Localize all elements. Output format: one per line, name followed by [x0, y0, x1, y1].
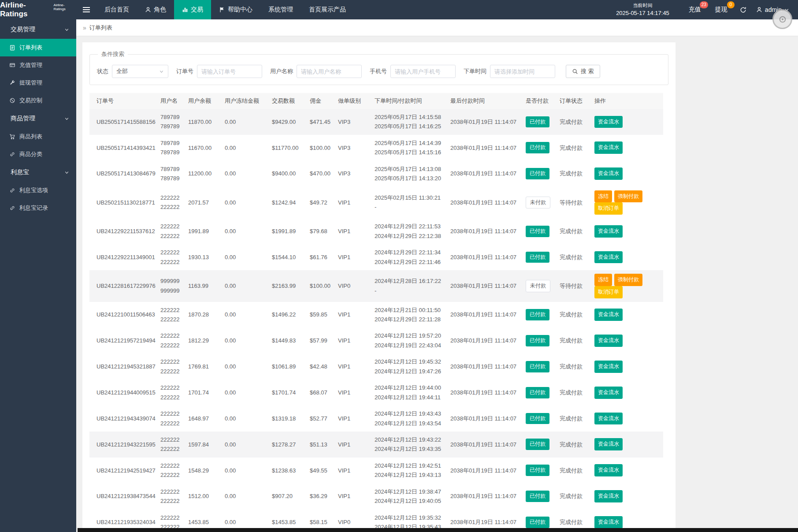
order-no-cell: UB2412210011506463 — [89, 302, 158, 328]
nav-item-trade[interactable]: 交易 — [174, 0, 211, 19]
last-pay-time-cell: 2038年01月19日 11:14:07 — [448, 135, 523, 161]
fund-flow-button[interactable]: 资金流水 — [594, 413, 623, 425]
order-row: UB24121219434390742222222222221648.970.0… — [89, 406, 663, 432]
sidebar-item-label: 充值管理 — [19, 61, 42, 69]
pay-status-cell: 已付款 — [523, 218, 557, 244]
nav-item-role[interactable]: 角色 — [137, 0, 174, 19]
user-icon — [145, 7, 151, 13]
sidebar-item-withdraw-manage[interactable]: 提现管理 — [0, 74, 76, 92]
order-time-input[interactable] — [490, 65, 555, 78]
nav-item-label: 首页展示产品 — [309, 6, 346, 14]
sidebar-item-goods-list[interactable]: 商品列表 — [0, 128, 76, 145]
order-status-cell: 完成付款 — [557, 379, 592, 406]
order-status-cell: 等待付款 — [557, 270, 592, 302]
fund-flow-button[interactable]: 资金流水 — [594, 516, 623, 528]
nav-item-system-manage[interactable]: 系统管理 — [260, 0, 301, 19]
sidebar-item-label: 利息宝选项 — [19, 186, 48, 194]
link-icon — [9, 187, 15, 193]
cancel-order-button[interactable]: 取消订单 — [594, 202, 623, 215]
last-pay-time-cell: 2038年01月19日 11:14:07 — [448, 244, 523, 270]
fund-flow-button[interactable]: 资金流水 — [594, 387, 623, 399]
sidebar-group-interest[interactable]: 利息宝 — [0, 163, 76, 182]
order-status-cell: 等待付款 — [557, 187, 592, 219]
pay-status-cell: 已付款 — [523, 302, 557, 328]
floating-widget[interactable] — [772, 9, 792, 29]
order-row: UB24121219453218872222222222221769.810.0… — [89, 353, 663, 379]
order-no-input[interactable] — [197, 65, 262, 78]
force-pay-button[interactable]: 强制付款 — [614, 190, 642, 203]
fund-flow-button[interactable]: 资金流水 — [594, 309, 623, 321]
sidebar-item-goods-category[interactable]: 商品分类 — [0, 145, 76, 163]
actions-cell: 资金流水 — [592, 302, 663, 328]
withdraw-button[interactable]: 提现 0 — [708, 0, 735, 19]
trade-amount-cell: $1496.22 — [269, 302, 307, 328]
order-status-cell: 完成付款 — [557, 161, 592, 187]
refresh-button[interactable] — [735, 7, 752, 13]
chevron-down-icon — [159, 69, 164, 74]
sidebar-item-label: 商品列表 — [19, 133, 42, 141]
pay-status-cell: 已付款 — [523, 135, 557, 161]
phone-input[interactable] — [390, 65, 456, 78]
orders-table: 订单号用户名用户余额用户冻结金额交易数额佣金做单级别下单时间/付款时间最后付款时… — [89, 93, 663, 532]
order-no-cell: UB2412292211537612 — [89, 218, 158, 244]
brand-name: Airline-Ratings — [0, 1, 53, 19]
last-pay-time-cell: 2038年01月19日 11:14:07 — [448, 353, 523, 379]
order-row: UB24122816172299769999999999991163.990.0… — [89, 270, 663, 302]
balance-cell: 1163.99 — [186, 270, 222, 302]
refresh-icon — [740, 7, 746, 13]
withdraw-count-badge: 0 — [727, 1, 735, 8]
pay-status-badge: 已付款 — [526, 387, 549, 398]
fund-flow-button[interactable]: 资金流水 — [594, 361, 623, 373]
actions-cell: 资金流水 — [592, 458, 663, 484]
fund-flow-button[interactable]: 资金流水 — [594, 225, 623, 238]
withdraw-label: 提现 — [715, 6, 727, 14]
sidebar-item-interest-records[interactable]: 利息宝记录 — [0, 199, 76, 217]
fund-flow-button[interactable]: 资金流水 — [594, 251, 623, 264]
nav-item-home[interactable]: 后台首页 — [97, 0, 137, 19]
commission-cell: $52.77 — [307, 406, 335, 432]
sidebar-group-label: 利息宝 — [11, 168, 29, 176]
sidebar-item-trade-control[interactable]: 交易控制 — [0, 92, 76, 109]
force-pay-button[interactable]: 强制付款 — [614, 274, 642, 286]
fund-flow-button[interactable]: 资金流水 — [594, 116, 623, 128]
fund-flow-button[interactable]: 资金流水 — [594, 141, 623, 154]
fund-flow-button[interactable]: 资金流水 — [594, 438, 623, 450]
column-header: 用户余额 — [186, 93, 222, 109]
order-pay-time-cell: 2024年12月12日 19:57:202024年12月19日 22:43:04 — [372, 327, 448, 353]
order-row: UB24122922115376122222222222221991.890.0… — [89, 218, 663, 244]
nav-item-help-center[interactable]: 帮助中心 — [211, 0, 260, 19]
balance-cell: 1701.74 — [186, 379, 222, 406]
freeze-button[interactable]: 冻结 — [594, 190, 612, 203]
sidebar-group-trade-manage[interactable]: 交易管理 — [0, 20, 76, 39]
status-select[interactable]: 全部 — [112, 65, 168, 78]
horizontal-scrollbar[interactable] — [78, 528, 798, 532]
recharge-button[interactable]: 充值 23 — [682, 0, 708, 19]
fund-flow-button[interactable]: 资金流水 — [594, 464, 623, 476]
pay-status-badge: 已付款 — [526, 252, 549, 263]
menu-toggle-button[interactable] — [76, 0, 97, 19]
commission-cell: $79.68 — [307, 218, 335, 244]
fund-flow-button[interactable]: 资金流水 — [594, 335, 623, 347]
actions-cell: 资金流水 — [592, 353, 663, 379]
sidebar-item-recharge-manage[interactable]: 充值管理 — [0, 56, 76, 74]
nav-item-home-products[interactable]: 首页展示产品 — [301, 0, 354, 19]
sidebar-group-goods-manage[interactable]: 商品管理 — [0, 109, 76, 128]
chart-icon — [182, 7, 188, 13]
order-status-cell: 完成付款 — [557, 302, 592, 328]
username-input[interactable] — [297, 65, 362, 78]
commission-cell: $470.00 — [307, 161, 335, 187]
freeze-button[interactable]: 冻结 — [594, 274, 612, 286]
commission-cell: $57.99 — [307, 327, 335, 353]
cancel-order-button[interactable]: 取消订单 — [594, 286, 623, 298]
search-button[interactable]: 搜 索 — [566, 65, 600, 78]
pay-status-badge: 已付款 — [526, 142, 549, 153]
order-status-cell: 完成付款 — [557, 353, 592, 379]
pay-status-badge: 已付款 — [526, 439, 549, 450]
fund-flow-button[interactable]: 资金流水 — [594, 490, 623, 502]
sidebar-item-order-list[interactable]: 订单列表 — [0, 39, 76, 56]
frozen-amount-cell: 0.00 — [222, 109, 269, 135]
fund-flow-button[interactable]: 资金流水 — [594, 167, 623, 180]
pay-status-badge: 已付款 — [526, 168, 549, 179]
sidebar-item-interest-options[interactable]: 利息宝选项 — [0, 182, 76, 199]
card-icon — [9, 62, 15, 68]
